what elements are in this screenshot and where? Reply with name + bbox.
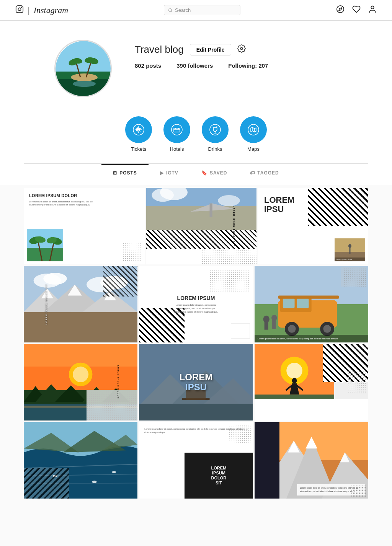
highlight-drinks[interactable]: Drinks xyxy=(202,116,229,152)
profile-stats: 802 posts 390 followers Following: 207 xyxy=(135,62,338,69)
grid-cell-3-1[interactable]: Lorem ipsum dolor xyxy=(24,344,137,421)
svg-rect-75 xyxy=(272,320,276,329)
profile-avatar-wrap xyxy=(54,40,112,97)
svg-point-42 xyxy=(218,195,240,206)
grid-row-1: LOREM IPSUM DOLOR Lorem ipsum dolor sit … xyxy=(24,188,368,264)
tab-posts[interactable]: ⊞ POSTS xyxy=(101,164,149,181)
tab-tagged-icon: 🏷 xyxy=(250,170,255,176)
posts-label: posts xyxy=(146,62,161,69)
svg-rect-0 xyxy=(16,5,23,12)
tab-saved-icon: 🔖 xyxy=(201,170,207,176)
highlight-label-maps: Maps xyxy=(247,146,260,152)
peak-text: Lorem ipsum dolor sit amet, consectetur … xyxy=(300,487,358,492)
svg-rect-23 xyxy=(174,128,180,132)
svg-point-72 xyxy=(263,316,269,323)
nav-divider: | xyxy=(28,5,30,15)
grid-cell-2-2[interactable]: LOREM IPSUM Lorem ipsum dolor sit amet, … xyxy=(139,266,253,342)
grid-cell-3-3[interactable] xyxy=(255,344,368,421)
grid-section: LOREM IPSUM DOLOR Lorem ipsum dolor sit … xyxy=(24,186,368,502)
small-photo-caption: Lorem ipsum dolor xyxy=(335,258,365,261)
highlights-section: Tickets Hotels xyxy=(24,109,368,164)
svg-point-5 xyxy=(337,6,344,13)
heart-icon[interactable] xyxy=(352,5,361,15)
rotated-text-2: LOREM IPSUM DOLOR SIT xyxy=(45,284,47,324)
highlight-maps[interactable]: Maps xyxy=(240,116,267,152)
dots-3 xyxy=(209,270,249,293)
tab-igtv[interactable]: ▶ IGTV xyxy=(149,164,190,181)
edit-profile-button[interactable]: Edit Profile xyxy=(190,44,231,55)
svg-point-22 xyxy=(172,124,182,135)
big-text-lorem: LOREM IPSU xyxy=(264,196,294,214)
grid-cell-2-3[interactable]: Lorem ipsum dolor sit amet, consectetur … xyxy=(255,266,368,342)
grid-cell-4-2[interactable]: Lorem ipsum dolor sit amet, consectetur … xyxy=(139,422,253,499)
compass-icon[interactable] xyxy=(336,5,345,15)
svg-rect-73 xyxy=(264,322,268,330)
svg-rect-65 xyxy=(283,298,294,308)
grid-row-2: LOREM IPSUM DOLOR SIT LOREM IPSUM Lorem … xyxy=(24,266,368,342)
svg-point-25 xyxy=(178,128,179,129)
svg-point-109 xyxy=(112,471,116,473)
grid-cell-2-1[interactable]: LOREM IPSUM DOLOR SIT xyxy=(24,266,137,342)
highlight-label-hotels: Hotels xyxy=(170,146,184,152)
stripes-overlay-1 xyxy=(103,266,137,297)
settings-icon[interactable] xyxy=(237,44,246,55)
grid-cell-4-1[interactable] xyxy=(24,422,137,499)
tab-tagged-label: TAGGED xyxy=(257,170,279,176)
instagram-icon xyxy=(15,5,24,16)
svg-point-100 xyxy=(292,378,296,384)
rotated-text-1: LOREM IPSUM DOLOR SIT xyxy=(233,206,235,246)
svg-point-7 xyxy=(371,6,374,9)
person-photo xyxy=(255,344,334,401)
grid-row-3: Lorem ipsum dolor LOREM xyxy=(24,344,368,421)
lorem-big-text: LOREM IPSU xyxy=(180,372,213,393)
stripe-corner xyxy=(308,188,368,226)
dots-sunset xyxy=(87,390,138,421)
svg-rect-66 xyxy=(297,298,309,308)
avatar-image xyxy=(56,41,112,97)
grid-cell-1-1[interactable]: LOREM IPSUM DOLOR Lorem ipsum dolor sit … xyxy=(24,188,145,264)
highlight-tickets[interactable]: Tickets xyxy=(125,116,152,152)
highlight-circle-maps xyxy=(240,116,267,143)
svg-marker-6 xyxy=(339,8,342,11)
svg-point-46 xyxy=(348,244,351,248)
dots-5 xyxy=(228,424,251,443)
svg-point-26 xyxy=(210,124,220,135)
followers-stat: 390 followers xyxy=(176,62,213,69)
dots-2 xyxy=(201,249,256,264)
highlight-circle-tickets xyxy=(125,116,152,143)
profile-section: Travel blog Edit Profile 802 posts 390 xyxy=(24,24,368,109)
user-icon[interactable] xyxy=(368,5,377,15)
grid-cell-1-3[interactable]: LOREM IPSU Lorem ipsum dolor xyxy=(258,188,368,264)
svg-rect-43 xyxy=(210,204,212,217)
profile-avatar xyxy=(54,40,112,97)
lorem-ipsum-card: LOREM IPSUM Lorem ipsum dolor sit amet, … xyxy=(173,295,219,314)
grid-cell-3-2[interactable]: LOREM IPSU xyxy=(139,344,253,421)
post-airplane-photo xyxy=(146,188,256,230)
tabs-row: ⊞ POSTS ▶ IGTV 🔖 SAVED 🏷 TAGGED xyxy=(24,164,368,181)
post-text-1: Lorem ipsum dolor sit amet, consectetur … xyxy=(29,200,95,207)
grid-cell-4-3[interactable]: Lorem ipsum dolor sit amet, consectetur … xyxy=(255,422,368,499)
profile-header: Travel blog Edit Profile xyxy=(135,44,338,55)
dots-van xyxy=(343,268,366,287)
svg-rect-49 xyxy=(24,312,137,342)
tab-tagged[interactable]: 🏷 TAGGED xyxy=(238,164,290,181)
svg-rect-71 xyxy=(278,295,339,298)
post-palm-photo xyxy=(27,229,63,261)
following-stat: Following: 207 xyxy=(228,62,268,69)
highlight-circle-hotels xyxy=(163,116,190,143)
post-stripes-1 xyxy=(146,230,256,249)
highlight-circle-drinks xyxy=(202,116,229,143)
lorem-dolor-sit-text: LOREMIPSUMDOLORSIT xyxy=(208,463,230,489)
search-bar[interactable]: Search xyxy=(164,5,240,15)
tab-saved-label: SAVED xyxy=(210,170,227,176)
dark-left-strip xyxy=(255,422,279,499)
highlight-label-drinks: Drinks xyxy=(208,146,222,152)
following-label: Following: xyxy=(228,62,257,69)
svg-point-74 xyxy=(271,315,277,321)
van-caption: Lorem ipsum dolor sit amet, consectetur … xyxy=(255,335,368,342)
grid-cell-1-2[interactable]: LOREM IPSUM DOLOR SIT xyxy=(146,188,256,264)
dark-text-area: LOREMIPSUMDOLORSIT xyxy=(185,453,253,499)
tab-saved[interactable]: 🔖 SAVED xyxy=(190,164,238,181)
nav-brand-name: Instagram xyxy=(34,5,68,15)
highlight-hotels[interactable]: Hotels xyxy=(163,116,190,152)
